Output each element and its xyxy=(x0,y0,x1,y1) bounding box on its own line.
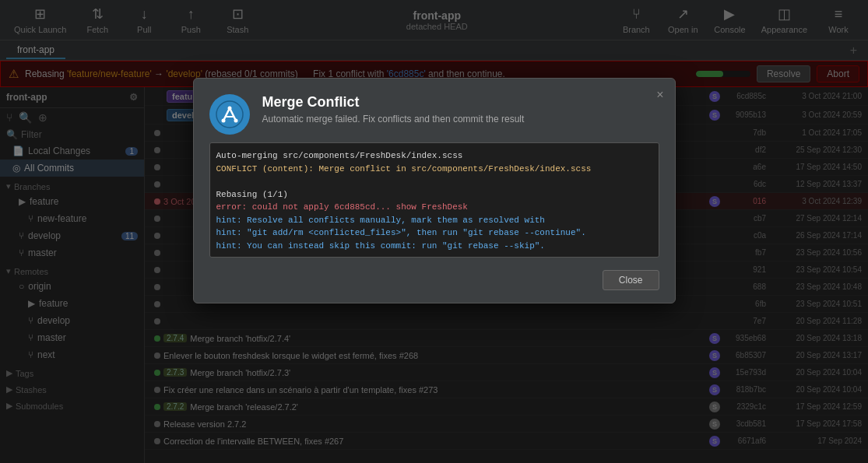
merge-conflict-modal: Merge Conflict Automatic merge failed. F… xyxy=(193,78,676,303)
conflict-line-1: Auto-merging src/components/FreshDesk/in… xyxy=(216,149,652,163)
conflict-text-box: Auto-merging src/components/FreshDesk/in… xyxy=(209,142,659,258)
conflict-line-5: error: could not apply 6cd885cd... show … xyxy=(216,201,652,214)
svg-point-0 xyxy=(216,101,243,128)
conflict-line-8: hint: You can instead skip this commit: … xyxy=(216,240,652,253)
svg-point-3 xyxy=(234,119,237,123)
conflict-line-7: hint: "git add/rm <conflicted_files>", t… xyxy=(216,226,652,240)
modal-subtitle: Automatic merge failed. Fix conflicts an… xyxy=(262,114,659,125)
conflict-line-6: hint: Resolve all conflicts manually, ma… xyxy=(216,214,652,227)
modal-footer: Close xyxy=(194,270,675,303)
conflict-line-4: Rebasing (1/1) xyxy=(216,188,652,202)
modal-title-block: Merge Conflict Automatic merge failed. F… xyxy=(262,94,659,125)
close-button[interactable]: Close xyxy=(603,270,659,290)
modal-title: Merge Conflict xyxy=(262,94,659,110)
conflict-line-3 xyxy=(216,175,652,188)
svg-point-1 xyxy=(227,107,231,110)
svg-point-2 xyxy=(221,119,225,123)
modal-header: Merge Conflict Automatic merge failed. F… xyxy=(194,79,675,142)
modal-close-button[interactable]: × xyxy=(656,88,663,102)
modal-logo xyxy=(209,94,250,135)
modal-overlay: Merge Conflict Automatic merge failed. F… xyxy=(0,0,868,463)
conflict-line-2: CONFLICT (content): Merge conflict in sr… xyxy=(216,163,652,176)
modal-body: Auto-merging src/components/FreshDesk/in… xyxy=(194,142,675,270)
